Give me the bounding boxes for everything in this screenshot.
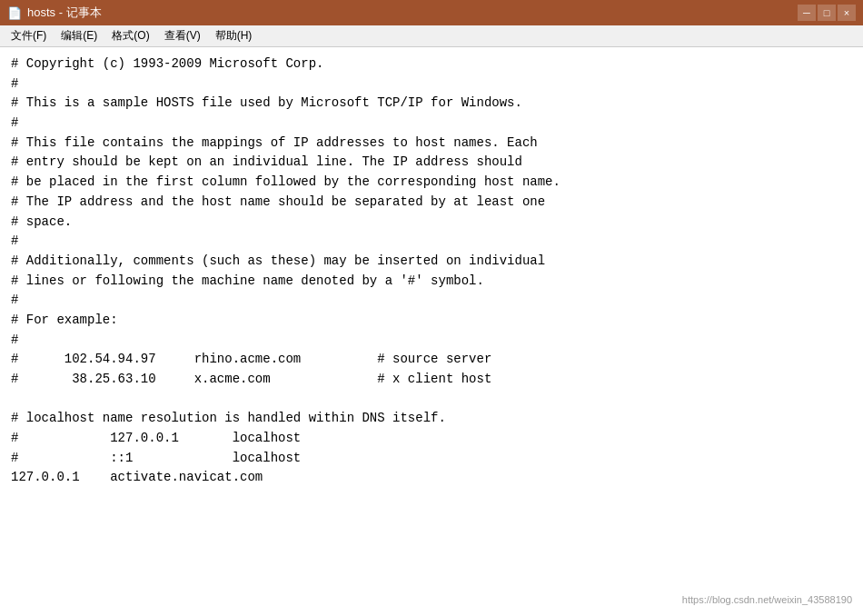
text-line: # localhost name resolution is handled w… — [11, 409, 852, 429]
text-line: # — [11, 291, 852, 311]
text-line: # This is a sample HOSTS file used by Mi… — [11, 94, 852, 114]
window-controls: ─ □ × — [798, 5, 856, 21]
minimize-button[interactable]: ─ — [798, 5, 816, 21]
menu-bar: 文件(F) 编辑(E) 格式(O) 查看(V) 帮助(H) — [0, 25, 863, 47]
text-line: # lines or following the machine name de… — [11, 272, 852, 292]
text-line — [11, 390, 852, 410]
text-line: # 102.54.94.97 rhino.acme.com # source s… — [11, 350, 852, 370]
text-line: # This file contains the mappings of IP … — [11, 134, 852, 154]
menu-file[interactable]: 文件(F) — [4, 25, 54, 46]
text-line: # ::1 localhost — [11, 449, 852, 469]
close-button[interactable]: × — [838, 5, 856, 21]
app-icon: 📄 — [7, 5, 22, 20]
menu-format[interactable]: 格式(O) — [104, 25, 156, 46]
text-line: # — [11, 75, 852, 94]
menu-view[interactable]: 查看(V) — [157, 25, 208, 46]
text-line: # entry should be kept on an individual … — [11, 153, 852, 173]
text-line: # Copyright (c) 1993-2009 Microsoft Corp… — [11, 55, 852, 75]
menu-edit[interactable]: 编辑(E) — [54, 25, 104, 46]
text-line: # — [11, 232, 852, 252]
text-line: 127.0.0.1 activate.navicat.com — [11, 468, 852, 488]
text-line: # The IP address and the host name shoul… — [11, 193, 852, 213]
text-line: # space. — [11, 213, 852, 233]
text-line: # Additionally, comments (such as these)… — [11, 252, 852, 272]
text-line: # be placed in the first column followed… — [11, 173, 852, 193]
text-editor-content[interactable]: # Copyright (c) 1993-2009 Microsoft Corp… — [0, 47, 863, 616]
title-bar: 📄 hosts - 记事本 ─ □ × — [0, 0, 863, 25]
text-line: # 127.0.0.1 localhost — [11, 429, 852, 449]
text-line: # — [11, 331, 852, 351]
text-line: # 38.25.63.10 x.acme.com # x client host — [11, 370, 852, 390]
menu-help[interactable]: 帮助(H) — [208, 25, 260, 46]
window-title: hosts - 记事本 — [27, 5, 792, 21]
text-line: # — [11, 114, 852, 134]
watermark: https://blog.csdn.net/weixin_43588190 — [682, 592, 852, 609]
text-line: # For example: — [11, 311, 852, 331]
maximize-button[interactable]: □ — [818, 5, 836, 21]
